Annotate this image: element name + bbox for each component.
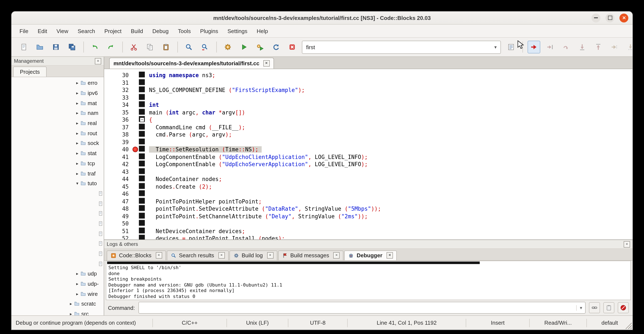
- stop-button[interactable]: [618, 302, 629, 313]
- logs-tab-search-results[interactable]: Search results×: [166, 250, 228, 260]
- menu-settings[interactable]: Settings: [223, 26, 252, 36]
- chevron-right-icon[interactable]: ▸: [74, 141, 80, 146]
- line-number[interactable]: 48: [104, 206, 132, 212]
- breakpoint-margin[interactable]: [132, 213, 139, 220]
- open-log-button[interactable]: [505, 41, 518, 53]
- menu-edit[interactable]: Edit: [33, 26, 52, 36]
- line-number[interactable]: 35: [104, 109, 132, 116]
- logs-tab-debugger[interactable]: Debugger×: [344, 250, 397, 260]
- line-number[interactable]: 45: [104, 184, 132, 190]
- debug-continue-button[interactable]: [528, 41, 540, 53]
- step-out-button[interactable]: [592, 41, 604, 53]
- breakpoint-margin[interactable]: [132, 161, 139, 168]
- logs-tab-code-blocks[interactable]: Code::Blocks×: [107, 250, 166, 260]
- debugger-output[interactable]: Setting SHELL to '/bin/sh'doneSetting br…: [106, 261, 631, 300]
- logs-tab-build-log[interactable]: Build log×: [229, 250, 277, 260]
- menu-help[interactable]: Help: [252, 26, 273, 36]
- menu-build[interactable]: Build: [126, 26, 148, 36]
- line-number[interactable]: 33: [104, 95, 132, 101]
- tree-item-tuto[interactable]: ▾tuto: [12, 178, 104, 188]
- tree-item-he[interactable]: he: [12, 218, 104, 228]
- code-editor[interactable]: 30using namespace ns3;3132NS_LOG_COMPONE…: [104, 69, 632, 239]
- search-combobox[interactable]: first▾: [302, 41, 501, 54]
- breakpoint-margin[interactable]: [132, 124, 139, 131]
- breakpoint-margin[interactable]: [132, 205, 139, 213]
- menu-view[interactable]: View: [52, 26, 73, 36]
- editor-tab-close-icon[interactable]: ×: [263, 60, 270, 67]
- editor-tab-first-cc[interactable]: mnt/dev/tools/source/ns-3-dev/examples/t…: [109, 58, 274, 69]
- next-instruction-button[interactable]: [608, 41, 621, 53]
- breakpoint-margin[interactable]: [132, 220, 139, 227]
- breakpoint-margin[interactable]: [132, 227, 139, 235]
- line-number[interactable]: 51: [104, 228, 132, 234]
- menu-file[interactable]: File: [15, 26, 33, 36]
- tree-item-udp[interactable]: ▸udp: [12, 269, 104, 279]
- tab-close-icon[interactable]: ×: [218, 252, 224, 258]
- breakpoint-margin[interactable]: [132, 109, 139, 116]
- line-number[interactable]: 43: [104, 169, 132, 175]
- chevron-right-icon[interactable]: ▸: [74, 292, 80, 296]
- command-input[interactable]: ▾: [138, 302, 586, 314]
- breakpoint-margin[interactable]: [132, 131, 139, 138]
- rebuild-button[interactable]: [270, 41, 282, 53]
- menu-plugins[interactable]: Plugins: [196, 26, 223, 36]
- menu-search[interactable]: Search: [73, 26, 100, 36]
- cut-button[interactable]: [128, 41, 140, 53]
- tree-item-mat[interactable]: ▸mat: [12, 98, 104, 108]
- save-file-button[interactable]: [50, 41, 62, 53]
- breakpoint-margin[interactable]: [132, 153, 139, 161]
- build-button[interactable]: [222, 41, 234, 53]
- copy-button[interactable]: [144, 41, 156, 53]
- breakpoint-margin[interactable]: [132, 146, 139, 153]
- breakpoint-margin[interactable]: [132, 190, 139, 198]
- breakpoint-margin[interactable]: [132, 168, 139, 175]
- tree-item-src[interactable]: ▸src: [12, 309, 104, 315]
- run-to-cursor-button[interactable]: [544, 41, 556, 53]
- open-file-button[interactable]: [34, 41, 46, 53]
- line-number[interactable]: 44: [104, 176, 132, 182]
- breakpoint-margin[interactable]: [132, 175, 139, 183]
- close-button[interactable]: [620, 13, 628, 22]
- tree-item-real[interactable]: ▸real: [12, 118, 104, 128]
- chevron-right-icon[interactable]: ▸: [68, 311, 74, 315]
- breakpoint-margin[interactable]: [132, 87, 139, 94]
- step-into-button[interactable]: [576, 41, 588, 53]
- line-number[interactable]: 49: [104, 213, 132, 220]
- chevron-down-icon[interactable]: ▾: [576, 305, 582, 310]
- build-and-run-button[interactable]: [254, 41, 266, 53]
- chevron-right-icon[interactable]: ▸: [74, 121, 80, 125]
- save-all-button[interactable]: [66, 41, 78, 53]
- titlebar[interactable]: mnt/dev/tools/source/ns-3-dev/examples/t…: [12, 12, 632, 25]
- run-button[interactable]: [238, 41, 250, 53]
- chevron-right-icon[interactable]: ▸: [74, 131, 80, 136]
- chevron-right-icon[interactable]: ▸: [74, 151, 80, 156]
- new-file-button[interactable]: [17, 41, 30, 53]
- logs-tab-build-messages[interactable]: Build messages×: [278, 250, 344, 260]
- breakpoint-margin[interactable]: [132, 183, 139, 190]
- tree-item-fir[interactable]: fir: [12, 199, 104, 209]
- undo-button[interactable]: [88, 41, 101, 53]
- breakpoint-margin[interactable]: [132, 101, 139, 109]
- tree-item-traf[interactable]: ▸traf: [12, 168, 104, 178]
- maximize-button[interactable]: [606, 13, 614, 22]
- tree-item-stat[interactable]: ▸stat: [12, 148, 104, 158]
- tree-item-nam[interactable]: ▸nam: [12, 108, 104, 118]
- management-close-icon[interactable]: ×: [95, 58, 101, 64]
- chevron-down-icon[interactable]: ▾: [74, 181, 80, 186]
- breakpoint-margin[interactable]: [132, 116, 139, 124]
- line-number[interactable]: 50: [104, 221, 132, 227]
- line-number[interactable]: 38: [104, 132, 132, 138]
- breakpoint-margin[interactable]: [132, 198, 139, 205]
- tree-item-wire[interactable]: ▸wire: [12, 289, 104, 299]
- line-number[interactable]: 47: [104, 198, 132, 205]
- attach-button[interactable]: [589, 302, 600, 313]
- chevron-right-icon[interactable]: ▸: [74, 271, 80, 276]
- tree-item-udp-[interactable]: ▸udp-: [12, 279, 104, 289]
- chevron-right-icon[interactable]: ▸: [68, 301, 74, 306]
- tree-item-ipv6[interactable]: ▸ipv6: [12, 88, 104, 98]
- tab-projects[interactable]: Projects: [13, 67, 46, 77]
- tab-close-icon[interactable]: ×: [156, 252, 162, 258]
- tree-item-six[interactable]: six: [12, 249, 104, 258]
- tree-item-sock[interactable]: ▸sock: [12, 138, 104, 148]
- chevron-down-icon[interactable]: ▾: [494, 44, 497, 50]
